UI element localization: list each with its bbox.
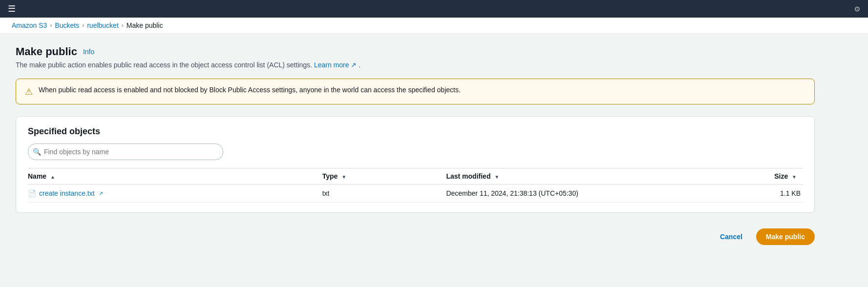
file-name-link[interactable]: 📄 create instance.txt ↗ xyxy=(28,189,317,197)
external-link-icon: ↗ xyxy=(351,61,357,69)
file-external-icon: ↗ xyxy=(99,190,103,197)
size-sort-arrow: ▼ xyxy=(792,174,797,180)
footer-actions: Cancel Make public xyxy=(16,225,815,245)
search-wrapper: 🔍 xyxy=(28,144,223,160)
page-title: Make public xyxy=(16,45,77,58)
col-header-size[interactable]: Size ▼ xyxy=(725,168,803,184)
breadcrumb-sep-1: › xyxy=(50,22,52,29)
objects-card-title: Specified objects xyxy=(28,126,803,137)
search-input[interactable] xyxy=(28,144,223,160)
breadcrumb-sep-3: › xyxy=(122,22,124,29)
col-header-modified[interactable]: Last modified ▼ xyxy=(446,168,725,184)
make-public-button[interactable]: Make public xyxy=(756,228,815,245)
warning-box: ⚠ When public read access is enabled and… xyxy=(16,79,815,104)
page-header: Make public Info xyxy=(16,45,815,58)
search-icon: 🔍 xyxy=(33,148,41,156)
type-sort-arrow: ▼ xyxy=(341,174,346,180)
objects-table: Name ▲ Type ▼ Last modified ▼ xyxy=(28,168,803,203)
warning-text: When public read access is enabled and n… xyxy=(39,86,461,94)
learn-more-link[interactable]: Learn more ↗ xyxy=(314,61,359,69)
file-modified-cell: December 11, 2024, 21:38:13 (UTC+05:30) xyxy=(446,184,725,203)
breadcrumb-sep-2: › xyxy=(82,22,84,29)
table-header-row: Name ▲ Type ▼ Last modified ▼ xyxy=(28,168,803,184)
main-content: Make public Info The make public action … xyxy=(0,34,830,257)
file-name-text: create instance.txt xyxy=(39,189,95,197)
info-link[interactable]: Info xyxy=(83,48,94,56)
col-header-name[interactable]: Name ▲ xyxy=(28,168,322,184)
table-row: 📄 create instance.txt ↗ txt December 11,… xyxy=(28,184,803,203)
breadcrumb-buckets[interactable]: Buckets xyxy=(55,21,79,29)
breadcrumb-current: Make public xyxy=(127,21,163,29)
col-header-type[interactable]: Type ▼ xyxy=(322,168,446,184)
table-body: 📄 create instance.txt ↗ txt December 11,… xyxy=(28,184,803,203)
breadcrumb: Amazon S3 › Buckets › ruelbucket › Make … xyxy=(0,18,868,34)
objects-card: Specified objects 🔍 Name ▲ Type ▼ xyxy=(16,116,815,213)
file-name-cell: 📄 create instance.txt ↗ xyxy=(28,184,322,203)
hamburger-icon[interactable]: ☰ xyxy=(8,3,16,14)
page-description: The make public action enables public re… xyxy=(16,61,815,69)
file-size-cell: 1.1 KB xyxy=(725,184,803,203)
breadcrumb-amazon-s3[interactable]: Amazon S3 xyxy=(12,21,47,29)
breadcrumb-ruelbucket[interactable]: ruelbucket xyxy=(87,21,119,29)
file-type-cell: txt xyxy=(322,184,446,203)
file-icon: 📄 xyxy=(28,189,36,197)
modified-sort-arrow: ▼ xyxy=(494,174,499,180)
top-right-icon: ⊙ xyxy=(854,5,860,13)
top-navbar: ☰ ⊙ xyxy=(0,0,868,18)
cancel-button[interactable]: Cancel xyxy=(712,229,750,245)
warning-icon: ⚠ xyxy=(25,86,33,97)
name-sort-arrow: ▲ xyxy=(50,174,55,180)
